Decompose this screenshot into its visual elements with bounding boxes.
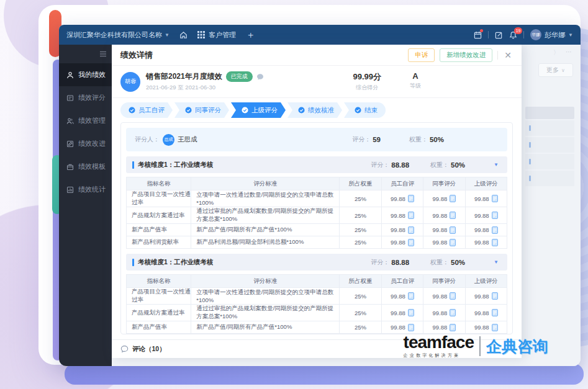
sidebar-item-label: 绩效管理 — [78, 116, 106, 125]
col-weight: 所占权重 — [340, 177, 381, 190]
document-icon[interactable] — [450, 324, 456, 331]
document-icon[interactable] — [408, 212, 414, 219]
calendar-icon[interactable] — [474, 31, 482, 39]
add-improvement-button[interactable]: 新增绩效改进 — [440, 48, 492, 62]
document-icon[interactable] — [492, 212, 498, 219]
indicator-name: 产品规划方案通过率 — [127, 305, 191, 321]
user-name: 彭华娜 — [545, 30, 565, 40]
step-superior-scoring[interactable]: 上级评分 — [231, 102, 286, 118]
total-score: 99.99分 — [353, 71, 381, 83]
add-tab-button[interactable]: ＋ — [246, 29, 255, 41]
check-circle-icon — [129, 107, 135, 114]
scoring-panel: 评分人： 思成 王思成 评分： 59 权重： 50% — [120, 122, 513, 334]
indicator-name: 产品项目立项一次性通过率 — [127, 190, 191, 207]
notification-dot — [480, 29, 483, 32]
weight-label: 权重： — [430, 258, 449, 267]
scoring-standard: 新产品产值/同期所有产品产值*100% — [191, 321, 340, 334]
scoring-standard: 新产品利润总额/同期全部利润总额*100% — [191, 236, 340, 249]
appeal-button[interactable]: 申诉 — [408, 48, 435, 62]
bell-icon[interactable]: 19 — [509, 31, 517, 39]
owner-avatar: 胡蓉 — [120, 72, 140, 92]
step-finish[interactable]: 结束 — [344, 102, 386, 118]
section-header[interactable]: 考核维度1：工作业绩考核 评分：88.88 权重：50% ▼ — [126, 254, 507, 271]
scoring-standard: 立项申请一次性通过数量/同期所提交的立项申请总数*100% — [191, 190, 340, 207]
document-icon[interactable] — [408, 239, 414, 246]
date-range: 2021-06-29 至 2021-06-30 — [146, 84, 264, 92]
home-icon[interactable] — [179, 31, 188, 39]
document-icon[interactable] — [450, 239, 456, 246]
document-icon[interactable] — [492, 292, 498, 300]
document-icon[interactable] — [450, 309, 456, 316]
teamface-watermark: teamface 企业数字化解决方案 企典咨询 — [404, 334, 548, 359]
apps-grid-icon[interactable] — [197, 31, 205, 38]
document-icon[interactable] — [492, 324, 498, 331]
divider — [523, 31, 524, 38]
chevron-down-icon[interactable]: ▼ — [494, 259, 499, 265]
col-superior-eval: 上级评分 — [465, 177, 507, 190]
weight-value: 50% — [451, 259, 465, 266]
step-peer-scoring[interactable]: 同事评分 — [174, 102, 229, 118]
document-icon[interactable] — [450, 212, 456, 219]
col-self-eval: 员工自评 — [381, 275, 423, 288]
table-row: 产品项目立项一次性通过率 立项申请一次性通过数量/同期所提交的立项申请总数*10… — [127, 288, 507, 305]
document-icon[interactable] — [492, 195, 498, 202]
indicator-name: 产品规划方案通过率 — [127, 207, 191, 224]
weight-cell: 25% — [340, 207, 381, 224]
check-circle-icon — [355, 107, 361, 114]
evaluator-name: 王思成 — [178, 135, 197, 144]
score-label: 评分： — [352, 135, 371, 144]
chevron-down-icon: ▼ — [165, 32, 170, 38]
document-icon[interactable] — [408, 309, 414, 316]
document-icon[interactable] — [408, 226, 414, 234]
score-cell: 99.88 — [432, 212, 447, 219]
document-icon[interactable] — [408, 324, 414, 331]
document-icon[interactable] — [492, 239, 498, 246]
indicators-table: 指标名称 评分标准 所占权重 员工自评 同事评分 上级评分 产品项目立项一次性通… — [126, 177, 507, 249]
collapse-icon[interactable] — [99, 48, 107, 60]
weight-value: 50% — [430, 136, 444, 143]
sidebar-item-my-performance[interactable]: 我的绩效 — [59, 63, 112, 86]
sidebar-item-performance-scoring[interactable]: 绩效评分 — [59, 86, 112, 109]
top-navbar: 深圳汇聚华企科技有限公司名称 ▼ 客户管理 ＋ 19 — [59, 25, 581, 45]
document-icon[interactable] — [450, 292, 456, 300]
user-menu[interactable]: 华娜 彭华娜 ▼ — [530, 29, 573, 40]
score-cell: 99.88 — [474, 239, 489, 246]
sidebar-item-label: 绩效改进 — [78, 139, 106, 148]
table-row: 新产品利润贡献率 新产品利润总额/同期全部利润总额*100% 25% 99.88… — [127, 236, 507, 249]
score-label: 评分： — [371, 258, 389, 267]
col-peer-eval: 同事评分 — [423, 177, 465, 190]
comment-bubble-icon[interactable] — [256, 73, 264, 81]
col-scoring-standard: 评分标准 — [191, 177, 340, 190]
document-icon[interactable] — [492, 309, 498, 316]
weight-cell: 25% — [340, 224, 381, 236]
chevron-down-icon[interactable]: ▼ — [494, 162, 499, 168]
document-icon[interactable] — [450, 195, 456, 202]
modal-header: 绩效详情 申诉 新增绩效改进 ✕ — [112, 45, 522, 66]
step-self-evaluation[interactable]: 员工自评 — [120, 102, 173, 118]
document-icon[interactable] — [408, 195, 414, 202]
sidebar-item-performance-management[interactable]: 绩效管理 — [59, 109, 112, 132]
close-icon[interactable]: ✕ — [503, 50, 513, 60]
score-value: 88.88 — [391, 259, 409, 266]
weight-cell: 25% — [340, 321, 381, 334]
document-icon[interactable] — [450, 226, 456, 234]
check-circle-icon — [185, 107, 192, 114]
step-performance-approval[interactable]: 绩效核准 — [287, 102, 342, 118]
sidebar-item-performance-improvement[interactable]: 绩效改进 — [59, 132, 112, 155]
sidebar-item-performance-template[interactable]: 绩效模板 — [59, 155, 112, 178]
table-row: 产品项目立项一次性通过率 立项申请一次性通过数量/同期所提交的立项申请总数*10… — [127, 190, 507, 207]
performance-detail-modal: 绩效详情 申诉 新增绩效改进 ✕ 胡蓉 销售部2021年月度绩效 已完成 — [112, 45, 522, 358]
edit-icon[interactable] — [495, 31, 503, 39]
sidebar-item-performance-statistics[interactable]: 绩效统计 — [59, 178, 112, 201]
section-header[interactable]: 考核维度1：工作业绩考核 评分：88.88 权重：50% ▼ — [126, 156, 507, 173]
score-cell: 99.88 — [474, 212, 489, 219]
apps-label[interactable]: 客户管理 — [209, 30, 236, 40]
weight-cell: 25% — [340, 236, 381, 249]
document-icon[interactable] — [492, 226, 498, 234]
topbar-right: 19 华娜 彭华娜 ▼ — [474, 29, 573, 40]
company-switcher[interactable]: 深圳汇聚华企科技有限公司名称 ▼ — [66, 30, 170, 40]
document-icon[interactable] — [408, 292, 414, 300]
grade-value: A — [410, 71, 421, 81]
weight-cell: 25% — [340, 288, 381, 305]
app-window: 深圳汇聚华企科技有限公司名称 ▼ 客户管理 ＋ 19 — [59, 25, 581, 366]
